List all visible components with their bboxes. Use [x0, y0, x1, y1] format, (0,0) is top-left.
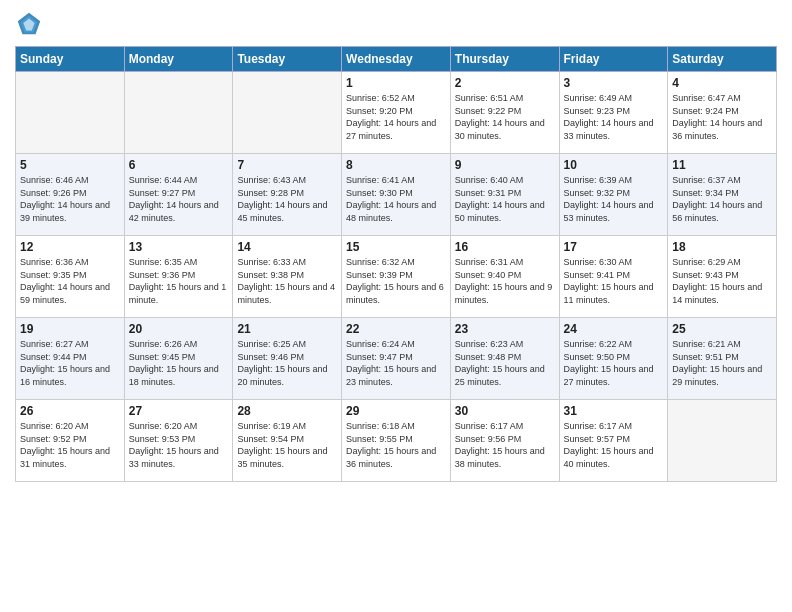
calendar-cell: 13Sunrise: 6:35 AM Sunset: 9:36 PM Dayli…: [124, 236, 233, 318]
calendar-cell: 4Sunrise: 6:47 AM Sunset: 9:24 PM Daylig…: [668, 72, 777, 154]
calendar-cell: [124, 72, 233, 154]
col-friday: Friday: [559, 47, 668, 72]
day-info: Sunrise: 6:25 AM Sunset: 9:46 PM Dayligh…: [237, 338, 337, 388]
calendar-cell: 28Sunrise: 6:19 AM Sunset: 9:54 PM Dayli…: [233, 400, 342, 482]
day-number: 21: [237, 322, 337, 336]
day-number: 14: [237, 240, 337, 254]
calendar-cell: 16Sunrise: 6:31 AM Sunset: 9:40 PM Dayli…: [450, 236, 559, 318]
calendar-cell: 25Sunrise: 6:21 AM Sunset: 9:51 PM Dayli…: [668, 318, 777, 400]
day-number: 6: [129, 158, 229, 172]
day-number: 29: [346, 404, 446, 418]
calendar-cell: 26Sunrise: 6:20 AM Sunset: 9:52 PM Dayli…: [16, 400, 125, 482]
calendar-cell: 22Sunrise: 6:24 AM Sunset: 9:47 PM Dayli…: [342, 318, 451, 400]
day-info: Sunrise: 6:20 AM Sunset: 9:52 PM Dayligh…: [20, 420, 120, 470]
day-info: Sunrise: 6:20 AM Sunset: 9:53 PM Dayligh…: [129, 420, 229, 470]
day-number: 4: [672, 76, 772, 90]
day-info: Sunrise: 6:24 AM Sunset: 9:47 PM Dayligh…: [346, 338, 446, 388]
calendar-cell: 21Sunrise: 6:25 AM Sunset: 9:46 PM Dayli…: [233, 318, 342, 400]
day-number: 24: [564, 322, 664, 336]
calendar-cell: 7Sunrise: 6:43 AM Sunset: 9:28 PM Daylig…: [233, 154, 342, 236]
day-info: Sunrise: 6:41 AM Sunset: 9:30 PM Dayligh…: [346, 174, 446, 224]
day-number: 10: [564, 158, 664, 172]
day-info: Sunrise: 6:37 AM Sunset: 9:34 PM Dayligh…: [672, 174, 772, 224]
day-number: 11: [672, 158, 772, 172]
day-number: 28: [237, 404, 337, 418]
calendar-cell: 3Sunrise: 6:49 AM Sunset: 9:23 PM Daylig…: [559, 72, 668, 154]
calendar-cell: 8Sunrise: 6:41 AM Sunset: 9:30 PM Daylig…: [342, 154, 451, 236]
calendar-cell: 5Sunrise: 6:46 AM Sunset: 9:26 PM Daylig…: [16, 154, 125, 236]
day-info: Sunrise: 6:44 AM Sunset: 9:27 PM Dayligh…: [129, 174, 229, 224]
day-number: 1: [346, 76, 446, 90]
day-info: Sunrise: 6:36 AM Sunset: 9:35 PM Dayligh…: [20, 256, 120, 306]
day-number: 26: [20, 404, 120, 418]
calendar-cell: [16, 72, 125, 154]
calendar-cell: 2Sunrise: 6:51 AM Sunset: 9:22 PM Daylig…: [450, 72, 559, 154]
calendar-cell: 6Sunrise: 6:44 AM Sunset: 9:27 PM Daylig…: [124, 154, 233, 236]
day-number: 31: [564, 404, 664, 418]
calendar-cell: 10Sunrise: 6:39 AM Sunset: 9:32 PM Dayli…: [559, 154, 668, 236]
col-wednesday: Wednesday: [342, 47, 451, 72]
day-number: 22: [346, 322, 446, 336]
day-number: 3: [564, 76, 664, 90]
calendar-cell: 15Sunrise: 6:32 AM Sunset: 9:39 PM Dayli…: [342, 236, 451, 318]
calendar-cell: 27Sunrise: 6:20 AM Sunset: 9:53 PM Dayli…: [124, 400, 233, 482]
calendar-cell: 30Sunrise: 6:17 AM Sunset: 9:56 PM Dayli…: [450, 400, 559, 482]
calendar-week-5: 26Sunrise: 6:20 AM Sunset: 9:52 PM Dayli…: [16, 400, 777, 482]
day-info: Sunrise: 6:35 AM Sunset: 9:36 PM Dayligh…: [129, 256, 229, 306]
calendar-week-2: 5Sunrise: 6:46 AM Sunset: 9:26 PM Daylig…: [16, 154, 777, 236]
calendar-header-row: Sunday Monday Tuesday Wednesday Thursday…: [16, 47, 777, 72]
day-number: 8: [346, 158, 446, 172]
day-number: 12: [20, 240, 120, 254]
day-number: 18: [672, 240, 772, 254]
day-number: 13: [129, 240, 229, 254]
logo-icon: [15, 10, 43, 38]
day-number: 16: [455, 240, 555, 254]
day-number: 17: [564, 240, 664, 254]
calendar-cell: 24Sunrise: 6:22 AM Sunset: 9:50 PM Dayli…: [559, 318, 668, 400]
calendar-week-3: 12Sunrise: 6:36 AM Sunset: 9:35 PM Dayli…: [16, 236, 777, 318]
header: [15, 10, 777, 38]
day-info: Sunrise: 6:47 AM Sunset: 9:24 PM Dayligh…: [672, 92, 772, 142]
calendar-cell: 19Sunrise: 6:27 AM Sunset: 9:44 PM Dayli…: [16, 318, 125, 400]
day-info: Sunrise: 6:31 AM Sunset: 9:40 PM Dayligh…: [455, 256, 555, 306]
day-number: 15: [346, 240, 446, 254]
day-info: Sunrise: 6:30 AM Sunset: 9:41 PM Dayligh…: [564, 256, 664, 306]
day-number: 19: [20, 322, 120, 336]
col-monday: Monday: [124, 47, 233, 72]
calendar-week-1: 1Sunrise: 6:52 AM Sunset: 9:20 PM Daylig…: [16, 72, 777, 154]
day-info: Sunrise: 6:32 AM Sunset: 9:39 PM Dayligh…: [346, 256, 446, 306]
calendar-cell: 11Sunrise: 6:37 AM Sunset: 9:34 PM Dayli…: [668, 154, 777, 236]
calendar-cell: [233, 72, 342, 154]
day-info: Sunrise: 6:27 AM Sunset: 9:44 PM Dayligh…: [20, 338, 120, 388]
col-sunday: Sunday: [16, 47, 125, 72]
logo: [15, 10, 47, 38]
calendar-cell: 18Sunrise: 6:29 AM Sunset: 9:43 PM Dayli…: [668, 236, 777, 318]
col-thursday: Thursday: [450, 47, 559, 72]
day-info: Sunrise: 6:43 AM Sunset: 9:28 PM Dayligh…: [237, 174, 337, 224]
day-number: 23: [455, 322, 555, 336]
calendar-table: Sunday Monday Tuesday Wednesday Thursday…: [15, 46, 777, 482]
calendar-cell: 17Sunrise: 6:30 AM Sunset: 9:41 PM Dayli…: [559, 236, 668, 318]
calendar-cell: 20Sunrise: 6:26 AM Sunset: 9:45 PM Dayli…: [124, 318, 233, 400]
calendar-cell: 9Sunrise: 6:40 AM Sunset: 9:31 PM Daylig…: [450, 154, 559, 236]
day-number: 30: [455, 404, 555, 418]
day-number: 20: [129, 322, 229, 336]
day-info: Sunrise: 6:46 AM Sunset: 9:26 PM Dayligh…: [20, 174, 120, 224]
day-number: 2: [455, 76, 555, 90]
calendar-cell: 23Sunrise: 6:23 AM Sunset: 9:48 PM Dayli…: [450, 318, 559, 400]
calendar-cell: 14Sunrise: 6:33 AM Sunset: 9:38 PM Dayli…: [233, 236, 342, 318]
day-info: Sunrise: 6:23 AM Sunset: 9:48 PM Dayligh…: [455, 338, 555, 388]
day-number: 5: [20, 158, 120, 172]
day-number: 9: [455, 158, 555, 172]
calendar-cell: 1Sunrise: 6:52 AM Sunset: 9:20 PM Daylig…: [342, 72, 451, 154]
day-info: Sunrise: 6:40 AM Sunset: 9:31 PM Dayligh…: [455, 174, 555, 224]
day-info: Sunrise: 6:26 AM Sunset: 9:45 PM Dayligh…: [129, 338, 229, 388]
calendar-cell: 12Sunrise: 6:36 AM Sunset: 9:35 PM Dayli…: [16, 236, 125, 318]
calendar-cell: 29Sunrise: 6:18 AM Sunset: 9:55 PM Dayli…: [342, 400, 451, 482]
col-tuesday: Tuesday: [233, 47, 342, 72]
col-saturday: Saturday: [668, 47, 777, 72]
day-number: 27: [129, 404, 229, 418]
day-info: Sunrise: 6:17 AM Sunset: 9:56 PM Dayligh…: [455, 420, 555, 470]
day-info: Sunrise: 6:21 AM Sunset: 9:51 PM Dayligh…: [672, 338, 772, 388]
day-info: Sunrise: 6:18 AM Sunset: 9:55 PM Dayligh…: [346, 420, 446, 470]
